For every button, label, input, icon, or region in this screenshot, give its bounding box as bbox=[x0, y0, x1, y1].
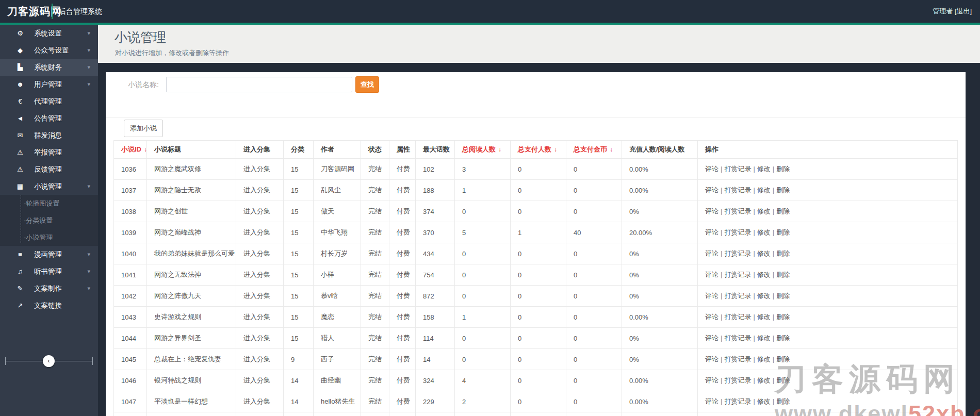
op-link-2[interactable]: 修改 bbox=[757, 249, 771, 257]
op-link-1[interactable]: 打赏记录 bbox=[724, 165, 751, 173]
enter-episodes-link[interactable]: 进入分集 bbox=[243, 207, 270, 215]
sidebar-item-agent-management[interactable]: €代理管理 bbox=[0, 93, 98, 110]
sidebar-item-official-account[interactable]: ◆公众号设置▾ bbox=[0, 42, 98, 59]
enter-episodes-link[interactable]: 进入分集 bbox=[243, 355, 270, 363]
op-link-0[interactable]: 评论 bbox=[705, 271, 718, 278]
op-link-2[interactable]: 修改 bbox=[757, 376, 771, 384]
op-link-3[interactable]: 删除 bbox=[776, 186, 790, 194]
col-header-total_payers[interactable]: 总支付人数↓ bbox=[511, 141, 566, 159]
col-header-status[interactable]: 状态 bbox=[361, 141, 389, 159]
enter-episodes-link[interactable]: 进入分集 bbox=[243, 313, 270, 321]
col-header-id[interactable]: 小说ID↓ bbox=[114, 141, 147, 159]
op-link-2[interactable]: 修改 bbox=[757, 271, 771, 278]
enter-episodes-link[interactable]: 进入分集 bbox=[243, 228, 270, 236]
op-link-2[interactable]: 修改 bbox=[757, 397, 771, 405]
op-link-0[interactable]: 评论 bbox=[705, 186, 718, 194]
op-link-0[interactable]: 评论 bbox=[705, 313, 718, 321]
op-link-3[interactable]: 删除 bbox=[776, 249, 790, 257]
op-link-0[interactable]: 评论 bbox=[705, 249, 718, 257]
enter-episodes-link[interactable]: 进入分集 bbox=[243, 376, 270, 384]
op-link-2[interactable]: 修改 bbox=[757, 334, 771, 342]
op-link-0[interactable]: 评论 bbox=[705, 397, 718, 405]
sidebar-subitem[interactable]: -分类设置 bbox=[0, 212, 98, 229]
op-link-1[interactable]: 打赏记录 bbox=[724, 271, 751, 278]
sidebar-item-audiobook-management[interactable]: ♫听书管理▾ bbox=[0, 263, 98, 280]
op-link-0[interactable]: 评论 bbox=[705, 376, 718, 384]
col-header-ops[interactable]: 操作 bbox=[698, 141, 958, 159]
sidebar-item-novel-management[interactable]: ▦小说管理▾ bbox=[0, 178, 98, 195]
sidebar-item-user-management[interactable]: ☻用户管理▾ bbox=[0, 76, 98, 93]
col-header-category[interactable]: 分类 bbox=[284, 141, 314, 159]
op-link-2[interactable]: 修改 bbox=[757, 165, 771, 173]
cell-total-coins: 0 bbox=[566, 159, 622, 180]
cell-category: 9 bbox=[284, 349, 314, 370]
sidebar-collapse-button[interactable]: ‹ bbox=[43, 355, 55, 367]
col-header-author[interactable]: 作者 bbox=[314, 141, 361, 159]
op-link-3[interactable]: 删除 bbox=[776, 355, 790, 363]
op-link-2[interactable]: 修改 bbox=[757, 313, 771, 321]
op-link-3[interactable]: 删除 bbox=[776, 271, 790, 278]
op-link-1[interactable]: 打赏记录 bbox=[724, 376, 751, 384]
col-header-title[interactable]: 小说标题 bbox=[147, 141, 236, 159]
search-button[interactable]: 查找 bbox=[355, 76, 379, 93]
logout-link[interactable]: [退出] bbox=[955, 7, 972, 15]
col-header-total_readers[interactable]: 总阅读人数↓ bbox=[455, 141, 511, 159]
op-link-3[interactable]: 删除 bbox=[776, 334, 790, 342]
op-link-1[interactable]: 打赏记录 bbox=[724, 292, 751, 299]
op-link-1[interactable]: 打赏记录 bbox=[724, 397, 751, 405]
op-link-0[interactable]: 评论 bbox=[705, 292, 718, 299]
op-link-0[interactable]: 评论 bbox=[705, 165, 718, 173]
op-link-0[interactable]: 评论 bbox=[705, 355, 718, 363]
sidebar-subitem[interactable]: -小说管理 bbox=[0, 229, 98, 246]
enter-episodes-link[interactable]: 进入分集 bbox=[243, 271, 270, 278]
col-header-total_coins[interactable]: 总支付金币↓ bbox=[566, 141, 622, 159]
table-header-row: 小说ID↓小说标题进入分集分类作者状态属性最大话数总阅读人数↓总支付人数↓总支付… bbox=[114, 141, 958, 159]
op-link-2[interactable]: 修改 bbox=[757, 292, 771, 299]
col-header-attribute[interactable]: 属性 bbox=[389, 141, 416, 159]
sidebar-item-mass-message[interactable]: ✉群发消息 bbox=[0, 127, 98, 144]
brand-logo: 刀客源码网 bbox=[7, 0, 61, 23]
op-link-1[interactable]: 打赏记录 bbox=[724, 313, 751, 321]
sidebar-item-comic-management[interactable]: ≡漫画管理▾ bbox=[0, 246, 98, 263]
op-link-2[interactable]: 修改 bbox=[757, 355, 771, 363]
sidebar-item-feedback-management[interactable]: ⚠反馈管理 bbox=[0, 161, 98, 178]
sidebar-item-system-finance[interactable]: ▙系统财务▾ bbox=[0, 59, 98, 76]
op-link-3[interactable]: 删除 bbox=[776, 207, 790, 215]
enter-episodes-link[interactable]: 进入分集 bbox=[243, 249, 270, 257]
sidebar-item-notice-management[interactable]: ◄公告管理 bbox=[0, 110, 98, 127]
op-link-1[interactable]: 打赏记录 bbox=[724, 186, 751, 194]
col-header-enter[interactable]: 进入分集 bbox=[236, 141, 284, 159]
enter-episodes-link[interactable]: 进入分集 bbox=[243, 186, 270, 194]
enter-episodes-link[interactable]: 进入分集 bbox=[243, 334, 270, 342]
sidebar-item-copywriting-make[interactable]: ✎文案制作▾ bbox=[0, 280, 98, 297]
op-link-1[interactable]: 打赏记录 bbox=[724, 334, 751, 342]
op-link-3[interactable]: 删除 bbox=[776, 313, 790, 321]
sidebar-item-report-management[interactable]: ⚠举报管理 bbox=[0, 144, 98, 161]
op-link-3[interactable]: 删除 bbox=[776, 228, 790, 236]
col-header-ratio[interactable]: 充值人数/阅读人数 bbox=[622, 141, 698, 159]
col-header-max_episodes[interactable]: 最大话数 bbox=[416, 141, 455, 159]
add-novel-button[interactable]: 添加小说 bbox=[124, 120, 163, 137]
op-link-3[interactable]: 删除 bbox=[776, 376, 790, 384]
op-link-2[interactable]: 修改 bbox=[757, 186, 771, 194]
sidebar-subitem[interactable]: -轮播图设置 bbox=[0, 195, 98, 212]
op-link-3[interactable]: 删除 bbox=[776, 292, 790, 299]
op-link-3[interactable]: 删除 bbox=[776, 397, 790, 405]
op-link-0[interactable]: 评论 bbox=[705, 207, 718, 215]
op-link-1[interactable]: 打赏记录 bbox=[724, 207, 751, 215]
op-link-2[interactable]: 修改 bbox=[757, 207, 771, 215]
op-link-0[interactable]: 评论 bbox=[705, 228, 718, 236]
op-link-1[interactable]: 打赏记录 bbox=[724, 228, 751, 236]
op-link-1[interactable]: 打赏记录 bbox=[724, 249, 751, 257]
op-link-2[interactable]: 修改 bbox=[757, 228, 771, 236]
cell-novel-id: 1040 bbox=[114, 243, 147, 264]
novel-name-input[interactable] bbox=[166, 77, 352, 92]
sidebar-item-copywriting-link[interactable]: ↗文案链接 bbox=[0, 297, 98, 314]
op-link-3[interactable]: 删除 bbox=[776, 165, 790, 173]
op-link-0[interactable]: 评论 bbox=[705, 334, 718, 342]
sidebar-item-system-settings[interactable]: ⚙系统设置▾ bbox=[0, 25, 98, 42]
enter-episodes-link[interactable]: 进入分集 bbox=[243, 397, 270, 405]
op-link-1[interactable]: 打赏记录 bbox=[724, 355, 751, 363]
enter-episodes-link[interactable]: 进入分集 bbox=[243, 165, 270, 173]
enter-episodes-link[interactable]: 进入分集 bbox=[243, 292, 270, 299]
